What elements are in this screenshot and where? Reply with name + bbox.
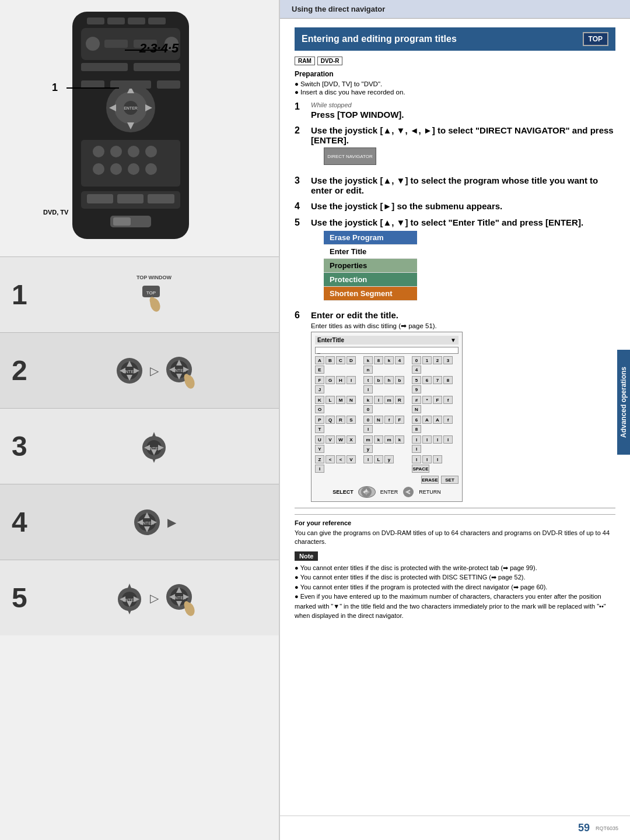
kb-key-y[interactable]: Y <box>315 445 324 453</box>
kb-key-k[interactable]: K <box>315 396 324 404</box>
kb-sym-6[interactable]: t <box>363 376 373 384</box>
kb-key-b[interactable]: B <box>326 356 335 364</box>
kb-sym-17[interactable]: N <box>374 416 383 424</box>
kb-num-i6[interactable]: I <box>412 455 421 463</box>
step5-icon1: ENTER <box>115 581 144 616</box>
kb-num-i1[interactable]: I <box>412 435 421 444</box>
kb-key-e[interactable]: E <box>315 365 324 374</box>
kb-num-fb[interactable]: f <box>443 416 453 424</box>
kb-sym-2[interactable]: 8 <box>374 356 383 364</box>
kb-key-n[interactable]: N <box>346 396 356 404</box>
kb-sym-28[interactable]: y <box>384 455 394 463</box>
kb-key-z[interactable]: Z <box>315 455 324 463</box>
kb-key-g[interactable]: G <box>326 376 335 384</box>
kb-num-i4[interactable]: I <box>443 435 453 444</box>
kb-num-f[interactable]: f <box>443 396 453 404</box>
kb-key-c[interactable]: C <box>336 356 345 364</box>
kb-num-i8[interactable]: I <box>433 455 442 463</box>
kb-sym-10[interactable]: I <box>363 385 373 393</box>
kb-sym-9[interactable]: b <box>395 376 404 384</box>
kb-sym-20[interactable]: I <box>363 425 373 433</box>
kb-num-7[interactable]: 7 <box>433 376 442 384</box>
kb-sym-4[interactable]: 4 <box>395 356 404 364</box>
kb-key-i2[interactable]: I <box>315 465 324 473</box>
step-row-4: 4 ENTER ▶ <box>0 484 279 560</box>
kb-sym-15[interactable]: 0 <box>363 405 373 413</box>
kb-key-v[interactable]: V <box>326 435 335 444</box>
kb-sym-26[interactable]: I <box>363 455 373 463</box>
kb-key-u[interactable]: U <box>315 435 324 444</box>
kb-num-2[interactable]: 2 <box>433 356 442 364</box>
kb-sym-7[interactable]: b <box>374 376 383 384</box>
step4-right-arrow: ▶ <box>167 515 176 529</box>
kb-key-t[interactable]: T <box>315 425 324 433</box>
kb-key-o[interactable]: O <box>315 405 324 413</box>
kb-key-i[interactable]: I <box>346 376 356 384</box>
kb-num-i5[interactable]: I <box>412 445 421 453</box>
kb-sym-16[interactable]: 0 <box>363 416 373 424</box>
kb-key-a[interactable]: A <box>315 356 324 364</box>
kb-set-btn[interactable]: SET <box>441 476 459 484</box>
kb-sym-14[interactable]: R <box>395 396 404 404</box>
kb-key-l[interactable]: L <box>326 396 335 404</box>
kb-sym-18[interactable]: f <box>384 416 394 424</box>
kb-sym-13[interactable]: m <box>384 396 394 404</box>
kb-num-3[interactable]: 3 <box>443 356 453 364</box>
svg-rect-33 <box>87 194 113 203</box>
kb-num-N[interactable]: N <box>412 405 421 413</box>
kb-input-field[interactable]: _ <box>315 347 459 354</box>
kb-num-1[interactable]: 1 <box>422 356 432 364</box>
kb-key-d[interactable]: D <box>346 356 356 364</box>
kb-key-h[interactable]: H <box>336 376 345 384</box>
kb-sym-27[interactable]: L <box>374 455 383 463</box>
kb-sym-21[interactable]: m <box>363 435 373 444</box>
kb-key-v2[interactable]: V <box>346 455 356 463</box>
kb-num-star[interactable]: * <box>422 396 432 404</box>
kb-num-8[interactable]: 8 <box>443 376 453 384</box>
kb-sym-22[interactable]: k <box>374 435 383 444</box>
kb-num-F[interactable]: F <box>433 396 442 404</box>
kb-num-4[interactable]: 4 <box>412 365 421 374</box>
kb-key-w[interactable]: W <box>336 435 345 444</box>
kb-sym-3[interactable]: k <box>384 356 394 364</box>
kb-sym-1[interactable]: k <box>363 356 373 364</box>
kb-num-Ab[interactable]: A <box>433 416 442 424</box>
kb-sym-12[interactable]: I <box>374 396 383 404</box>
kb-key-m[interactable]: M <box>336 396 345 404</box>
kb-key-p[interactable]: P <box>315 416 324 424</box>
kb-sym-8[interactable]: h <box>384 376 394 384</box>
kb-key-x[interactable]: X <box>346 435 356 444</box>
kb-key-s[interactable]: S <box>346 416 356 424</box>
kb-num-i2[interactable]: I <box>422 435 432 444</box>
kb-key-q[interactable]: Q <box>326 416 335 424</box>
kb-num-Aa[interactable]: A <box>422 416 432 424</box>
kb-erase-btn[interactable]: ERASE <box>421 476 439 484</box>
kb-num-5[interactable]: 5 <box>412 376 421 384</box>
kb-key-f[interactable]: F <box>315 376 324 384</box>
kb-num-6b[interactable]: 6 <box>412 416 421 424</box>
kb-key-lt[interactable]: < <box>326 455 335 463</box>
kb-num-0[interactable]: 0 <box>412 356 421 364</box>
kb-symbol-group: k 8 k 4 n t b h b <box>363 356 410 474</box>
kb-sym-19[interactable]: F <box>395 416 404 424</box>
kb-num-i3[interactable]: I <box>433 435 442 444</box>
kb-num-hash[interactable]: # <box>412 396 421 404</box>
kb-key-lt2[interactable]: < <box>336 455 345 463</box>
kb-sym-23[interactable]: m <box>384 435 394 444</box>
kb-bottom-row: SELECT ENTER <box>315 486 459 498</box>
kb-key-j[interactable]: J <box>315 385 324 393</box>
kb-sym-25[interactable]: y <box>363 445 373 453</box>
kb-sym-5[interactable]: n <box>363 365 373 374</box>
kb-num-i7[interactable]: I <box>422 455 432 463</box>
svg-rect-34 <box>117 194 144 203</box>
kb-key-r[interactable]: R <box>336 416 345 424</box>
kb-sym-11[interactable]: k <box>363 396 373 404</box>
kb-space-key[interactable]: SPACE <box>412 465 429 473</box>
kb-enter-btn[interactable] <box>358 486 376 498</box>
kb-num-6[interactable]: 6 <box>422 376 432 384</box>
kb-sym-row-1: k 8 k 4 n <box>363 356 410 374</box>
kb-sym-24[interactable]: k <box>395 435 404 444</box>
kb-num-8b[interactable]: 8 <box>412 425 421 433</box>
kb-num-9[interactable]: 9 <box>412 385 421 393</box>
svg-rect-11 <box>134 63 180 71</box>
